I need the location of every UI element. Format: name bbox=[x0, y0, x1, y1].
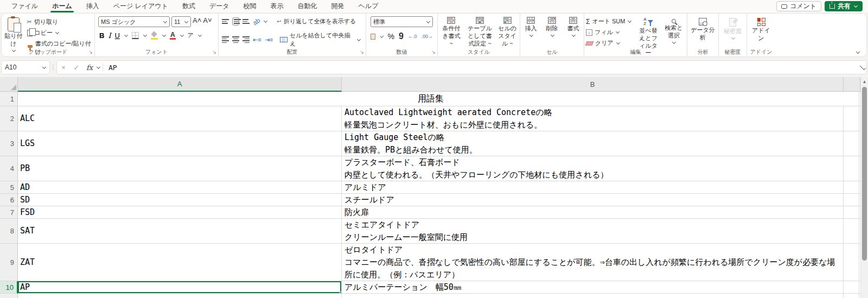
scrollbar-thumb[interactable] bbox=[862, 87, 867, 261]
align-middle-button[interactable] bbox=[232, 17, 239, 26]
tab-データ[interactable]: データ bbox=[202, 0, 237, 12]
collapse-ribbon-icon[interactable] bbox=[856, 50, 860, 54]
row-header-1[interactable]: 1 bbox=[0, 92, 18, 106]
comma-style-button[interactable]: 9 bbox=[399, 31, 404, 41]
cell-empty[interactable] bbox=[844, 92, 860, 106]
row-header-9[interactable]: 9 bbox=[0, 244, 18, 281]
align-center-button[interactable] bbox=[232, 36, 239, 43]
cell-empty[interactable] bbox=[844, 219, 860, 244]
tab-自動化[interactable]: 自動化 bbox=[291, 0, 324, 12]
cell-A6[interactable]: SD bbox=[18, 194, 342, 206]
formula-input-area[interactable]: × ✓ fx AP bbox=[57, 61, 866, 74]
expand-formula-bar-icon[interactable] bbox=[860, 64, 866, 69]
formula-bar-handle[interactable]: ⋮ bbox=[49, 64, 57, 71]
column-header-a[interactable]: A bbox=[18, 77, 342, 92]
column-header-partial[interactable] bbox=[844, 77, 860, 92]
insert-function-button[interactable]: fx bbox=[83, 64, 96, 72]
vertical-scrollbar[interactable]: ▲ bbox=[860, 77, 868, 298]
cell-empty[interactable] bbox=[844, 106, 860, 131]
cell-empty[interactable] bbox=[844, 244, 860, 281]
row-header-3[interactable]: 3 bbox=[0, 131, 18, 156]
align-left-button[interactable] bbox=[222, 36, 229, 43]
data-analysis-button[interactable]: データ分析 bbox=[687, 17, 718, 43]
comments-button[interactable]: コメント bbox=[776, 1, 821, 11]
share-button[interactable]: 共有 bbox=[825, 1, 863, 11]
cut-button[interactable]: ✂ 切り取り bbox=[25, 17, 94, 27]
tab-ファイル[interactable]: ファイル bbox=[4, 0, 45, 12]
clear-button[interactable]: クリア bbox=[584, 39, 634, 48]
increase-indent-button[interactable]: ⇥≡ bbox=[265, 36, 273, 43]
cell-empty[interactable] bbox=[844, 156, 860, 181]
cell-empty[interactable] bbox=[844, 281, 860, 294]
select-all-corner[interactable] bbox=[0, 77, 18, 92]
copy-button[interactable]: コピー bbox=[25, 28, 94, 37]
font-color-button[interactable]: A bbox=[170, 32, 176, 40]
row-header-8[interactable]: 8 bbox=[0, 219, 18, 244]
cell-B5[interactable]: アルミドア bbox=[342, 181, 844, 194]
cell-A3[interactable]: LGS bbox=[18, 131, 342, 156]
confirm-entry-button[interactable]: ✓ bbox=[70, 64, 83, 72]
cell-A10[interactable]: AP bbox=[18, 281, 342, 294]
increase-decimal-button[interactable]: ←.0 bbox=[408, 34, 417, 39]
cell-A8[interactable]: SAT bbox=[18, 219, 342, 244]
row-header-7[interactable]: 7 bbox=[0, 206, 18, 219]
row-header-2[interactable]: 2 bbox=[0, 106, 18, 131]
font-name-combo[interactable]: MS ゴシック bbox=[98, 16, 170, 27]
name-box[interactable]: A10 bbox=[2, 61, 49, 74]
borders-button[interactable] bbox=[132, 32, 139, 39]
cell-B8[interactable]: セミエアタイトドア クリーンルームー一般室間に使用 bbox=[342, 219, 844, 244]
tab-数式[interactable]: 数式 bbox=[175, 0, 202, 12]
cell-B10[interactable]: アルミパーテーション 幅50㎜ bbox=[342, 281, 844, 294]
decrease-font-button[interactable]: A˅ bbox=[203, 16, 212, 27]
addins-button[interactable]: アドイン bbox=[747, 17, 775, 43]
align-top-button[interactable] bbox=[222, 19, 229, 24]
cell-B9[interactable]: ゼロタイトドア コマニーの商品で、沓摺なしで気密性の高い部屋にすることが可能。⇒… bbox=[342, 244, 844, 281]
cell-empty[interactable] bbox=[844, 181, 860, 194]
dialog-launcher-icon[interactable]: ↘ bbox=[431, 50, 436, 55]
align-right-button[interactable] bbox=[242, 36, 250, 43]
cell-B7[interactable]: 防火扉 bbox=[342, 206, 844, 219]
cancel-entry-button[interactable]: × bbox=[57, 64, 70, 72]
tab-校閲[interactable]: 校閲 bbox=[237, 0, 264, 12]
row-header-6[interactable]: 6 bbox=[0, 194, 18, 206]
scroll-up-icon[interactable]: ▲ bbox=[861, 77, 868, 86]
cell-A7[interactable]: FSD bbox=[18, 206, 342, 219]
cell-A2[interactable]: ALC bbox=[18, 106, 342, 131]
phonetic-button[interactable]: ア bbox=[188, 31, 194, 40]
dialog-launcher-icon[interactable]: ↘ bbox=[212, 50, 216, 55]
cell-B4[interactable]: プラスターボード、石膏ボード 内壁として使われる。（天井やフローリングの下地材に… bbox=[342, 156, 844, 181]
cell-empty[interactable] bbox=[844, 131, 860, 156]
wrap-text-button[interactable]: ↩ 折り返して全体を表示する bbox=[275, 17, 358, 26]
tab-ホーム[interactable]: ホーム bbox=[45, 0, 79, 12]
tab-挿入[interactable]: 挿入 bbox=[79, 0, 106, 12]
dialog-launcher-icon[interactable]: ↘ bbox=[360, 50, 364, 55]
italic-button[interactable]: I bbox=[108, 31, 111, 40]
percent-style-button[interactable]: % bbox=[388, 32, 394, 41]
dialog-launcher-icon[interactable]: ↘ bbox=[88, 50, 93, 55]
fill-color-button[interactable] bbox=[151, 32, 158, 39]
cell-empty[interactable] bbox=[844, 194, 860, 206]
orientation-button[interactable]: ab bbox=[251, 16, 261, 27]
fill-button[interactable]: ↓ フィル bbox=[584, 28, 634, 37]
cell-title[interactable]: 用語集 bbox=[18, 92, 844, 106]
cell-empty[interactable] bbox=[844, 206, 860, 219]
accounting-format-button[interactable] bbox=[371, 34, 375, 40]
bold-button[interactable]: B bbox=[99, 31, 104, 40]
cell-B6[interactable]: スチールドア bbox=[342, 194, 844, 206]
align-bottom-button[interactable] bbox=[242, 19, 250, 24]
tab-ページ レイアウト[interactable]: ページ レイアウト bbox=[106, 0, 175, 12]
autosum-button[interactable]: Σ オート SUM bbox=[584, 17, 634, 26]
cell-B3[interactable]: Light Gauge Steelの略 軽量鉄骨。PBと組み合わせて使用。 bbox=[342, 131, 844, 156]
cell-A9[interactable]: ZAT bbox=[18, 244, 342, 281]
cell-A4[interactable]: PB bbox=[18, 156, 342, 181]
decrease-decimal-button[interactable]: .00→ bbox=[421, 34, 433, 39]
number-format-combo[interactable]: 標準 bbox=[371, 16, 433, 27]
underline-button[interactable]: U bbox=[115, 31, 120, 40]
decrease-indent-button[interactable]: ⇤≡ bbox=[253, 36, 261, 43]
row-header-10[interactable]: 10 bbox=[0, 281, 18, 294]
column-header-b[interactable]: B bbox=[342, 77, 844, 92]
tab-表示[interactable]: 表示 bbox=[264, 0, 291, 12]
tab-ヘルプ[interactable]: ヘルプ bbox=[352, 0, 386, 12]
cell-B2[interactable]: Autoclaved Lightweight aerated Concreteの… bbox=[342, 106, 844, 131]
cell-A5[interactable]: AD bbox=[18, 181, 342, 194]
